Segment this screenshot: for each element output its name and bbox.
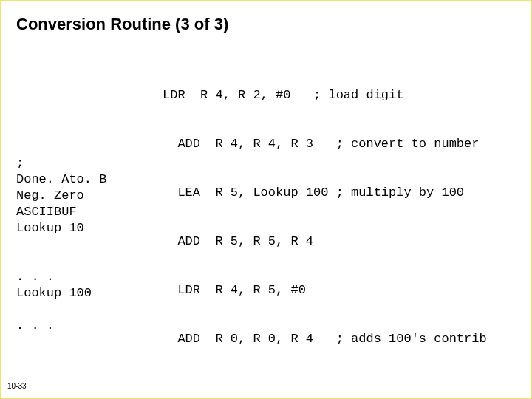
code-line: ADD R 0, R 0, R 4 ; adds 100's contrib [163, 331, 487, 347]
label-ellipsis1: . . . [16, 269, 163, 285]
code-line: ADD R 5, R 5, R 4 [163, 233, 487, 250]
code-column: LDR R 4, R 2, #0 ; load digit ADD R 4, R… [163, 55, 487, 399]
label-lookup10: Lookup 10 [16, 220, 163, 236]
label-asciibuf: ASCIIBUF [16, 204, 163, 220]
label-blank [16, 236, 163, 253]
label-blank2 [16, 253, 163, 269]
label-blank3 [16, 301, 163, 318]
label-negzero: Neg. Zero [16, 188, 163, 204]
label-semicolon: ; [16, 155, 163, 171]
content-area: ; Done. Ato. B Neg. Zero ASCIIBUF Lookup… [16, 55, 516, 399]
code-line: LEA R 5, Lookup 100 ; multiply by 100 [163, 185, 487, 201]
code-line: ADD R 4, R 4, R 3 ; convert to number [163, 136, 487, 152]
code-line [163, 380, 487, 396]
code-line: LDR R 4, R 2, #0 ; load digit [163, 87, 487, 103]
label-lookup100: Lookup 100 [16, 285, 163, 301]
code-line: LDR R 4, R 5, #0 [163, 282, 487, 299]
page-number: 10-33 [7, 382, 27, 390]
slide-title: Conversion Routine (3 of 3) [16, 15, 516, 34]
labels-column: ; Done. Ato. B Neg. Zero ASCIIBUF Lookup… [16, 55, 163, 399]
label-done-atob: Done. Ato. B [16, 171, 163, 188]
label-ellipsis2: . . . [16, 318, 163, 334]
